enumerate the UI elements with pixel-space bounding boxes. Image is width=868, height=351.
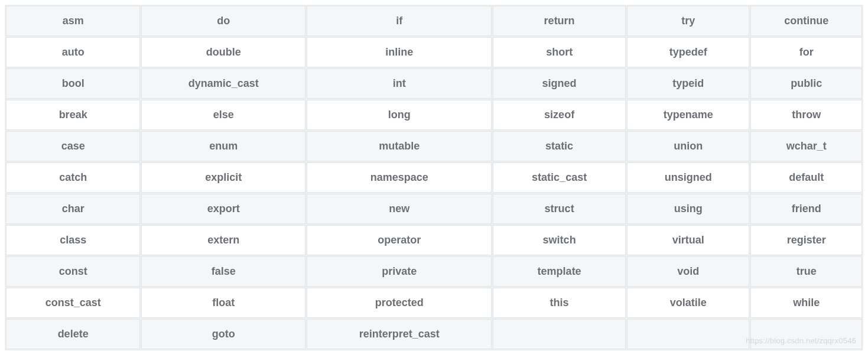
table-cell: mutable	[307, 131, 492, 161]
table-cell: reinterpret_cast	[307, 319, 492, 349]
table-cell: else	[141, 100, 305, 130]
table-header-cell: try	[627, 6, 749, 36]
table-cell: static	[493, 131, 626, 161]
table-cell: bool	[6, 69, 140, 99]
table-cell: case	[6, 131, 140, 161]
table-cell: wchar_t	[750, 131, 862, 161]
table-cell: private	[307, 256, 492, 287]
table-cell	[493, 319, 626, 349]
table-cell: static_cast	[493, 162, 626, 193]
table-cell: auto	[6, 37, 140, 67]
table-cell: signed	[493, 69, 626, 99]
table-cell: friend	[750, 194, 862, 224]
table-cell: false	[141, 256, 305, 287]
table-cell: break	[6, 100, 140, 130]
table-cell: dynamic_cast	[141, 69, 305, 99]
table-cell: enum	[141, 131, 305, 161]
table-cell: operator	[307, 225, 492, 255]
table-cell: template	[493, 256, 626, 287]
table-cell: typename	[627, 100, 749, 130]
table-head: asm do if return try continue	[6, 6, 862, 36]
table-cell: this	[493, 288, 626, 318]
table-cell: throw	[750, 100, 862, 130]
table-header-cell: continue	[750, 6, 862, 36]
table-cell: delete	[6, 319, 140, 349]
table-cell	[750, 319, 862, 349]
table-cell: double	[141, 37, 305, 67]
table-cell: explicit	[141, 162, 305, 193]
table-header-cell: return	[493, 6, 626, 36]
table-cell: public	[750, 69, 862, 99]
table-cell: export	[141, 194, 305, 224]
table-cell: goto	[141, 319, 305, 349]
table-header-cell: do	[141, 6, 305, 36]
table-row: char export new struct using friend	[6, 194, 862, 224]
table-cell: namespace	[307, 162, 492, 193]
table-row: break else long sizeof typename throw	[6, 100, 862, 130]
table-cell: union	[627, 131, 749, 161]
table-cell: int	[307, 69, 492, 99]
table-cell: const	[6, 256, 140, 287]
table-cell: short	[493, 37, 626, 67]
table-row: const_cast float protected this volatile…	[6, 288, 862, 318]
table-cell: sizeof	[493, 100, 626, 130]
table-row: case enum mutable static union wchar_t	[6, 131, 862, 161]
table-cell: extern	[141, 225, 305, 255]
table-row: bool dynamic_cast int signed typeid publ…	[6, 69, 862, 99]
table-cell: typeid	[627, 69, 749, 99]
table-cell: register	[750, 225, 862, 255]
table-body: auto double inline short typedef for boo…	[6, 37, 862, 349]
table-cell	[627, 319, 749, 349]
table-cell: while	[750, 288, 862, 318]
table-cell: for	[750, 37, 862, 67]
keywords-table: asm do if return try continue auto doubl…	[5, 5, 863, 350]
table-row: delete goto reinterpret_cast	[6, 319, 862, 349]
table-header-cell: asm	[6, 6, 140, 36]
table-cell: protected	[307, 288, 492, 318]
table-cell: virtual	[627, 225, 749, 255]
table-cell: new	[307, 194, 492, 224]
table-cell: char	[6, 194, 140, 224]
table-cell: long	[307, 100, 492, 130]
table-row: catch explicit namespace static_cast uns…	[6, 162, 862, 193]
table-cell: inline	[307, 37, 492, 67]
table-cell: true	[750, 256, 862, 287]
table-cell: void	[627, 256, 749, 287]
table-cell: unsigned	[627, 162, 749, 193]
table-header-cell: if	[307, 6, 492, 36]
table-row: auto double inline short typedef for	[6, 37, 862, 67]
table-cell: typedef	[627, 37, 749, 67]
table-row: class extern operator switch virtual reg…	[6, 225, 862, 255]
table-cell: catch	[6, 162, 140, 193]
table-cell: float	[141, 288, 305, 318]
table-cell: default	[750, 162, 862, 193]
table-cell: using	[627, 194, 749, 224]
table-cell: struct	[493, 194, 626, 224]
table-cell: volatile	[627, 288, 749, 318]
table-cell: const_cast	[6, 288, 140, 318]
table-row: const false private template void true	[6, 256, 862, 287]
table-cell: switch	[493, 225, 626, 255]
table-header-row: asm do if return try continue	[6, 6, 862, 36]
table-cell: class	[6, 225, 140, 255]
